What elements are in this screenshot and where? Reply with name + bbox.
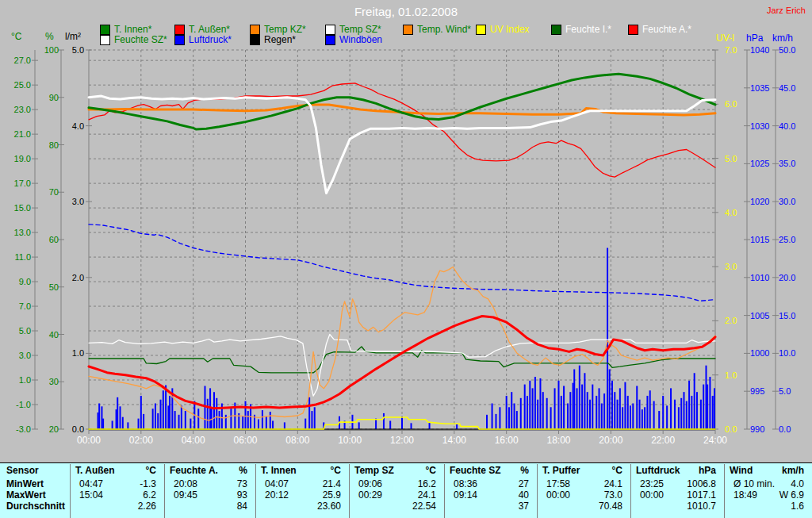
table-col-header-t-au-en: T. Außen°C <box>75 466 156 476</box>
legend-swatch-temp-kz <box>250 25 260 35</box>
x-tick-label-24:00: 24:00 <box>693 435 737 446</box>
tick-label-hum-100: 100 <box>40 45 59 55</box>
table-text: 00:00 <box>640 490 664 501</box>
table-text: 09:06 <box>358 479 382 489</box>
tick-label-temp-25.0: 25.0 <box>3 80 31 90</box>
tick-label-uv-0.0: 0.0 <box>725 424 749 434</box>
table-text: T. Außen <box>75 466 115 476</box>
axis-unit-hum: % <box>45 31 54 42</box>
table-text: °C <box>331 466 341 476</box>
table-text: % <box>520 466 529 476</box>
tick-label-hum-60: 60 <box>40 235 59 244</box>
legend-swatch-feuchte-a <box>628 25 638 35</box>
tick-label-rain-1.0: 1.0 <box>62 348 84 358</box>
tick-label-wind-0.0: 0.0 <box>779 424 807 434</box>
tick-label-temp-13.0: 13.0 <box>3 228 31 237</box>
legend-item-regen: Regen* <box>250 34 296 45</box>
table-text: Feuchte A. <box>170 466 218 476</box>
table-min-wind: Ø 10 min.4.0 <box>733 479 804 489</box>
legend-item-t-innen: T. Innen* <box>100 24 151 35</box>
tick-label-wind-10.0: 10.0 <box>779 348 807 358</box>
table-col-header-wind: Windkm/h <box>730 466 804 476</box>
table-text: -1.3 <box>140 479 156 489</box>
tick-label-temp-21.0: 21.0 <box>3 129 31 139</box>
tick-label-wind-45.0: 45.0 <box>779 83 807 93</box>
table-col-header-luftdruck: LuftdruckhPa <box>636 466 716 476</box>
tick-label-hum-80: 80 <box>40 140 59 150</box>
table-col-header-temp-sz: Temp SZ°C <box>354 466 436 476</box>
legend-item-windb-en: Windböen <box>325 34 382 45</box>
table-text: 20:12 <box>265 490 289 501</box>
tick-label-uv-7.0: 7.0 <box>725 45 749 55</box>
tick-label-uv-5.0: 5.0 <box>725 154 749 163</box>
tick-label-uv-3.0: 3.0 <box>725 262 749 271</box>
table-text: 04:07 <box>265 479 289 489</box>
tick-label-rain-5.0: 5.0 <box>62 45 84 55</box>
x-tick-label-00:00: 00:00 <box>67 435 111 446</box>
table-avg-t-au-en: 2.26 <box>79 501 156 512</box>
table-max-wind: 18:49W 6.9 <box>733 490 804 501</box>
table-text: W 6.9 <box>779 490 804 501</box>
table-divider <box>349 464 350 518</box>
tick-label-uv-6.0: 6.0 <box>725 99 749 109</box>
table-col-header-feuchte-sz: Feuchte SZ% <box>450 466 529 476</box>
legend-label: Temp. Wind* <box>417 24 471 35</box>
table-text: 00:00 <box>546 490 570 501</box>
tick-label-temp--1.0: -1.0 <box>3 400 31 409</box>
x-tick-label-08:00: 08:00 <box>275 435 320 446</box>
x-tick-label-16:00: 16:00 <box>485 435 529 446</box>
table-text: Durchschnitt <box>6 501 65 512</box>
tick-label-hpa-990: 990 <box>750 424 774 434</box>
table-text: 73 <box>237 479 247 489</box>
tick-label-rain-3.0: 3.0 <box>62 197 84 206</box>
table-col-header-t-puffer: T. Puffer°C <box>542 466 622 476</box>
x-tick-label-10:00: 10:00 <box>327 435 372 446</box>
table-divider <box>537 464 538 518</box>
table-divider <box>255 464 256 518</box>
table-text: Feuchte SZ <box>450 466 501 476</box>
axis-unit-rain: l/m² <box>65 31 81 42</box>
table-avg-t-innen: 23.60 <box>265 501 341 512</box>
table-text: 1006.8 <box>687 479 716 489</box>
tick-label-uv-4.0: 4.0 <box>725 208 749 217</box>
table-text: 93 <box>237 490 247 501</box>
axis-unit-temp: °C <box>11 31 21 42</box>
table-text: 1.6 <box>791 501 804 512</box>
table-text: 70.48 <box>599 501 622 512</box>
legend-item-temp-wind: Temp. Wind* <box>403 24 471 35</box>
table-max-t-puffer: 00:0073.0 <box>546 490 622 501</box>
legend-item-feuchte-i: Feuchte I.* <box>551 24 611 35</box>
legend-label: Luftdruck* <box>189 34 232 45</box>
tick-label-wind-35.0: 35.0 <box>779 159 807 168</box>
table-text: 4.0 <box>791 479 804 489</box>
table-avg-temp-sz: 22.54 <box>358 501 436 512</box>
table-min-t-innen: 04:0721.4 <box>265 479 341 489</box>
table-max-t-innen: 20:1225.9 <box>265 490 341 501</box>
table-text: 04:47 <box>79 479 103 489</box>
tick-label-temp-23.0: 23.0 <box>3 105 31 114</box>
table-text: Temp SZ <box>354 466 394 476</box>
x-tick-label-22:00: 22:00 <box>641 435 685 446</box>
legend-item-temp-kz: Temp KZ* <box>250 24 306 35</box>
legend-swatch-temp-sz <box>325 25 335 35</box>
table-text: 23:25 <box>640 479 664 489</box>
tick-label-hpa-1010: 1010 <box>750 273 774 282</box>
tick-label-temp-5.0: 5.0 <box>3 326 31 336</box>
table-divider <box>724 464 725 518</box>
tick-label-wind-40.0: 40.0 <box>779 121 807 131</box>
table-row-label-durchschnitt: Durchschnitt <box>6 501 67 512</box>
table-text: T. Innen <box>261 466 297 476</box>
legend-item-uv-index: UV Index <box>476 24 529 35</box>
table-avg-luftdruck: 1010.7 <box>640 501 716 512</box>
table-col-header-feuchte-a: Feuchte A.% <box>170 466 247 476</box>
tick-label-temp-27.0: 27.0 <box>3 56 31 65</box>
table-divider <box>444 464 445 518</box>
table-text: 73.0 <box>604 490 622 501</box>
table-text: 24.1 <box>604 479 622 489</box>
tick-label-temp-1.0: 1.0 <box>3 375 31 385</box>
table-text: 1017.1 <box>687 490 716 501</box>
table-text: 27 <box>519 479 529 489</box>
table-text: 37 <box>519 501 529 512</box>
tick-label-wind-20.0: 20.0 <box>779 273 807 282</box>
table-min-luftdruck: 23:251006.8 <box>640 479 716 489</box>
